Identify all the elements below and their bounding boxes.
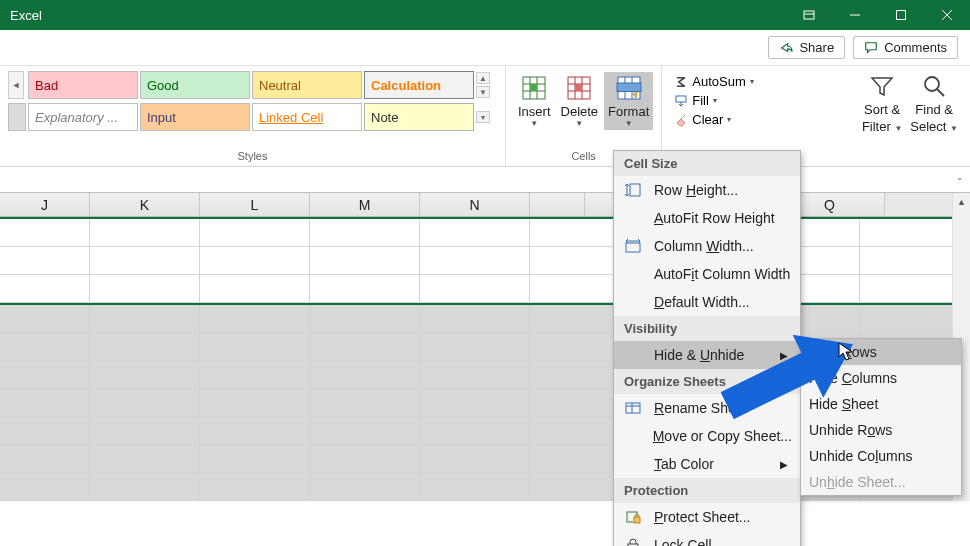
menu-autofit-column-width[interactable]: AutoFit Column Width [614, 260, 800, 288]
lock-icon [622, 536, 644, 546]
grid-row[interactable] [0, 247, 970, 275]
styles-more-2: ▾ [476, 111, 492, 123]
ribbon: Share Comments ◄ Bad Good Neutral Calcul… [0, 30, 970, 167]
styles-expand[interactable]: ▾ [476, 111, 490, 123]
format-icon [615, 74, 643, 102]
ribbon-display-options[interactable] [786, 0, 832, 30]
styles-scroll: ▲ ▼ [476, 72, 492, 98]
autosum-button[interactable]: AutoSum▾ [670, 72, 757, 91]
clear-button[interactable]: Clear▾ [670, 110, 757, 129]
menu-move-copy-sheet[interactable]: Move or Copy Sheet... [614, 422, 800, 450]
styles-group: ◄ Bad Good Neutral Calculation ▲ ▼ Expla… [0, 66, 506, 166]
comments-label: Comments [884, 40, 947, 55]
comments-button[interactable]: Comments [853, 36, 958, 59]
svg-point-26 [925, 77, 939, 91]
menu-section-cell-size: Cell Size [614, 151, 800, 176]
expand-formula-icon[interactable]: ⌄ [956, 172, 964, 182]
ribbon-body: ◄ Bad Good Neutral Calculation ▲ ▼ Expla… [0, 66, 970, 166]
style-bad[interactable]: Bad [28, 71, 138, 99]
share-button[interactable]: Share [768, 36, 845, 59]
search-icon [920, 72, 948, 100]
fill-icon [674, 94, 688, 108]
share-label: Share [799, 40, 834, 55]
col-header-m[interactable]: M [310, 193, 420, 216]
menu-section-visibility: Visibility [614, 316, 800, 341]
format-button[interactable]: Format▼ [604, 72, 653, 130]
svg-rect-0 [804, 11, 814, 19]
svg-rect-11 [530, 84, 537, 91]
close-button[interactable] [924, 0, 970, 30]
grid-row[interactable] [0, 219, 970, 247]
menu-section-protection: Protection [614, 478, 800, 503]
svg-rect-24 [676, 96, 686, 102]
sort-filter-button[interactable]: Sort & Filter ▼ [858, 70, 906, 166]
titlebar: Excel [0, 0, 970, 30]
svg-rect-29 [626, 243, 640, 252]
delete-button[interactable]: Delete▼ [557, 72, 603, 130]
col-width-icon [622, 237, 644, 255]
grid-row[interactable] [0, 275, 970, 303]
menu-autofit-row-height[interactable]: AutoFit Row Height [614, 204, 800, 232]
menu-default-width[interactable]: Default Width... [614, 288, 800, 316]
svg-line-27 [937, 89, 944, 96]
clear-icon [674, 113, 688, 127]
insert-icon [520, 74, 548, 102]
style-calculation[interactable]: Calculation [364, 71, 474, 99]
protect-icon [622, 508, 644, 526]
menu-tab-color[interactable]: Tab Color ▶ [614, 450, 800, 478]
svg-rect-34 [634, 517, 640, 523]
share-row: Share Comments [0, 30, 970, 66]
fill-button[interactable]: Fill▾ [670, 91, 757, 110]
styles-group-label: Styles [8, 148, 497, 166]
mouse-cursor-icon [838, 342, 854, 362]
column-headers: J K L M N Q [0, 193, 970, 217]
submenu-unhide-rows[interactable]: Unhide Rows [801, 417, 961, 443]
row-height-icon [622, 181, 644, 199]
menu-lock-cell[interactable]: Lock Cell [614, 531, 800, 546]
svg-rect-23 [617, 83, 641, 92]
formula-bar[interactable]: ⌄ [0, 167, 970, 193]
svg-rect-30 [626, 403, 640, 413]
share-icon [779, 41, 793, 55]
col-header-o[interactable] [530, 193, 585, 216]
style-explanatory[interactable]: Explanatory ... [28, 103, 138, 131]
col-header-l[interactable]: L [200, 193, 310, 216]
col-header-j[interactable]: J [0, 193, 90, 216]
style-heading[interactable] [8, 103, 26, 131]
menu-protect-sheet[interactable]: Protect Sheet... [614, 503, 800, 531]
menu-row-height[interactable]: Row Height... [614, 176, 800, 204]
minimize-button[interactable] [832, 0, 878, 30]
styles-up[interactable]: ▲ [476, 72, 490, 84]
rename-icon [622, 399, 644, 417]
filter-icon [868, 72, 896, 100]
maximize-button[interactable] [878, 0, 924, 30]
window-controls [786, 0, 970, 30]
scroll-up-icon[interactable]: ▲ [953, 193, 970, 211]
style-linked-cell[interactable]: Linked Cell [252, 103, 362, 131]
delete-icon [565, 74, 593, 102]
sigma-icon [674, 75, 688, 89]
style-good[interactable]: Good [140, 71, 250, 99]
svg-rect-17 [575, 84, 582, 91]
styles-nav-left[interactable]: ◄ [8, 71, 24, 99]
insert-button[interactable]: Insert▼ [514, 72, 555, 130]
svg-rect-3 [897, 11, 906, 20]
submenu-unhide-sheet: Unhide Sheet... [801, 469, 961, 495]
style-neutral[interactable]: Neutral [252, 71, 362, 99]
col-header-k[interactable]: K [90, 193, 200, 216]
svg-line-25 [681, 115, 685, 119]
style-note[interactable]: Note [364, 103, 474, 131]
svg-rect-28 [630, 184, 640, 196]
menu-column-width[interactable]: Column Width... [614, 232, 800, 260]
submenu-unhide-columns[interactable]: Unhide Columns [801, 443, 961, 469]
col-header-n[interactable]: N [420, 193, 530, 216]
styles-down[interactable]: ▼ [476, 86, 490, 98]
find-select-button[interactable]: Find & Select ▼ [906, 70, 962, 166]
submenu-arrow-icon: ▶ [780, 459, 792, 470]
style-input[interactable]: Input [140, 103, 250, 131]
comment-icon [864, 41, 878, 55]
app-title: Excel [0, 8, 42, 23]
